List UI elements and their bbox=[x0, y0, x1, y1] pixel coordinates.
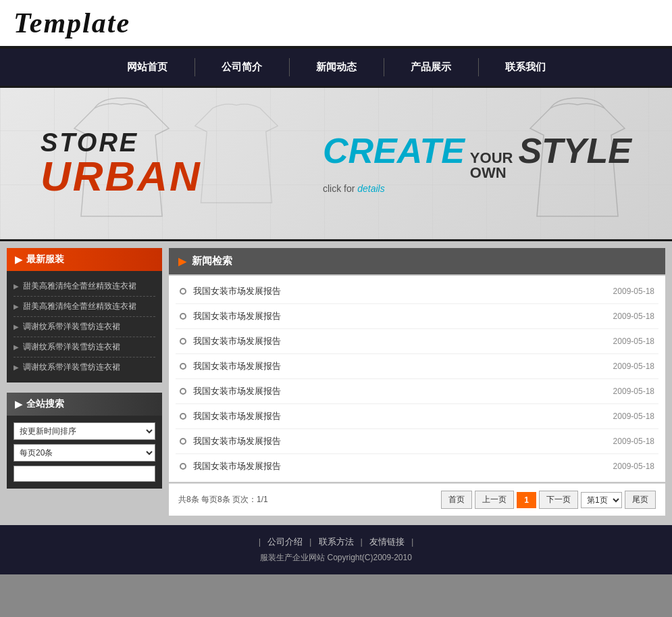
list-item: ▶调谢纹系带洋装雪纺连衣裙 bbox=[14, 317, 155, 337]
news-title-link[interactable]: 我国女装市场发展报告 bbox=[193, 435, 606, 447]
news-date: 2009-05-18 bbox=[613, 312, 654, 321]
first-page-button[interactable]: 首页 bbox=[441, 491, 472, 509]
news-date: 2009-05-18 bbox=[613, 387, 654, 396]
site-title: Template bbox=[14, 7, 658, 39]
bullet-icon: ▶ bbox=[14, 303, 19, 310]
latest-fashion-body: ▶甜美高雅清纯全蕾丝精致连衣裙▶甜美高雅清纯全蕾丝精致连衣裙▶调谢纹系带洋装雪纺… bbox=[7, 271, 162, 382]
news-title-link[interactable]: 我国女装市场发展报告 bbox=[193, 285, 606, 297]
news-date: 2009-05-18 bbox=[613, 287, 654, 296]
footer: |公司介绍|联系方法|友情链接| 服装生产企业网站 Copyright(C)20… bbox=[0, 525, 672, 574]
current-page-button[interactable]: 1 bbox=[517, 492, 536, 508]
search-title: 全站搜索 bbox=[26, 398, 64, 410]
latest-fashion-section: ▶ 最新服装 ▶甜美高雅清纯全蕾丝精致连衣裙▶甜美高雅清纯全蕾丝精致连衣裙▶调谢… bbox=[7, 248, 162, 382]
table-row: 我国女装市场发展报告2009-05-18 bbox=[176, 329, 658, 354]
table-row: 我国女装市场发展报告2009-05-18 bbox=[176, 379, 658, 404]
bullet-icon bbox=[180, 438, 186, 445]
news-title-link[interactable]: 我国女装市场发展报告 bbox=[193, 385, 606, 397]
sidebar-news-link[interactable]: 甜美高雅清纯全蕾丝精致连衣裙 bbox=[23, 301, 136, 312]
table-row: 我国女装市场发展报告2009-05-18 bbox=[176, 354, 658, 379]
page-buttons: 首页 上一页 1 下一页 第1页 尾页 bbox=[441, 491, 656, 509]
page-info: 共8条 每页8条 页次：1/1 bbox=[178, 494, 268, 505]
news-title-link[interactable]: 我国女装市场发展报告 bbox=[193, 360, 606, 372]
news-title-link[interactable]: 我国女装市场发展报告 bbox=[193, 310, 606, 322]
bullet-icon bbox=[180, 288, 186, 295]
bullet-icon: ▶ bbox=[14, 323, 19, 330]
news-title-link[interactable]: 我国女装市场发展报告 bbox=[193, 460, 606, 472]
pipe-separator: | bbox=[308, 537, 313, 547]
table-row: 我国女装市场发展报告2009-05-18 bbox=[176, 404, 658, 429]
nav-link[interactable]: 网站首页 bbox=[100, 49, 195, 86]
table-row: 我国女装市场发展报告2009-05-18 bbox=[176, 429, 658, 454]
table-row: 我国女装市场发展报告2009-05-18 bbox=[176, 279, 658, 304]
next-page-button[interactable]: 下一页 bbox=[539, 491, 578, 509]
bullet-icon: ▶ bbox=[14, 282, 19, 290]
news-arrow-icon: ▶ bbox=[178, 255, 186, 268]
footer-links: |公司介绍|联系方法|友情链接| bbox=[11, 536, 661, 548]
style-text: STYLE bbox=[518, 133, 631, 168]
nav-link[interactable]: 联系我们 bbox=[478, 49, 573, 86]
nav-list: 网站首页公司简介新闻动态产品展示联系我们 bbox=[0, 49, 672, 86]
nav-link[interactable]: 公司简介 bbox=[195, 49, 289, 86]
table-row: 我国女装市场发展报告2009-05-18 bbox=[176, 454, 658, 478]
table-row: 我国女装市场发展报告2009-05-18 bbox=[176, 304, 658, 329]
sidebar-news-link[interactable]: 调谢纹系带洋装雪纺连衣裙 bbox=[23, 362, 120, 373]
nav-item: 新闻动态 bbox=[289, 49, 384, 86]
pipe-separator: | bbox=[359, 537, 364, 547]
nav-item: 网站首页 bbox=[100, 49, 195, 86]
content-area: ▶ 最新服装 ▶甜美高雅清纯全蕾丝精致连衣裙▶甜美高雅清纯全蕾丝精致连衣裙▶调谢… bbox=[0, 241, 672, 525]
bullet-icon: ▶ bbox=[14, 343, 19, 351]
nav-link[interactable]: 新闻动态 bbox=[289, 49, 384, 86]
sort-select[interactable]: 按更新时间排序按标题排序按热度排序 bbox=[14, 422, 155, 440]
click-details[interactable]: click for details bbox=[323, 183, 385, 194]
bullet-icon bbox=[180, 463, 186, 470]
copyright: 服装生产企业网站 Copyright(C)2009-2010 bbox=[11, 552, 661, 564]
sidebar-news-link[interactable]: 调谢纹系带洋装雪纺连衣裙 bbox=[23, 341, 120, 353]
news-date: 2009-05-18 bbox=[613, 437, 654, 446]
list-item: ▶调谢纹系带洋装雪纺连衣裙 bbox=[14, 357, 155, 377]
create-text: CREATE bbox=[323, 133, 465, 168]
bullet-icon bbox=[180, 413, 186, 420]
search-body: 按更新时间排序按标题排序按热度排序 每页20条每页10条每页50条 bbox=[7, 416, 162, 489]
news-section-title: 新闻检索 bbox=[192, 255, 232, 268]
bullet-icon bbox=[180, 363, 186, 370]
nav-link[interactable]: 产品展示 bbox=[384, 49, 478, 86]
latest-fashion-header: ▶ 最新服装 bbox=[7, 248, 162, 271]
bullet-icon: ▶ bbox=[14, 364, 19, 371]
news-date: 2009-05-18 bbox=[613, 412, 654, 421]
footer-link[interactable]: 公司介绍 bbox=[262, 537, 308, 547]
list-item: ▶调谢纹系带洋装雪纺连衣裙 bbox=[14, 337, 155, 357]
search-section: ▶ 全站搜索 按更新时间排序按标题排序按热度排序 每页20条每页10条每页50条 bbox=[7, 393, 162, 489]
news-date: 2009-05-18 bbox=[613, 462, 654, 471]
sidebar-news-link[interactable]: 甜美高雅清纯全蕾丝精致连衣裙 bbox=[23, 280, 136, 292]
bullet-icon bbox=[180, 338, 186, 345]
main-content: ▶ 新闻检索 我国女装市场发展报告2009-05-18我国女装市场发展报告200… bbox=[169, 248, 665, 518]
pipe-separator: | bbox=[257, 537, 262, 547]
last-page-button[interactable]: 尾页 bbox=[625, 491, 656, 509]
banner: STORE URBAN CREATE YOUR OWN STYLE click … bbox=[0, 86, 672, 241]
prev-page-button[interactable]: 上一页 bbox=[475, 491, 514, 509]
bullet-icon bbox=[180, 388, 186, 395]
footer-link[interactable]: 友情链接 bbox=[364, 537, 410, 547]
news-date: 2009-05-18 bbox=[613, 362, 654, 371]
page-select[interactable]: 第1页 bbox=[581, 492, 622, 508]
latest-fashion-title: 最新服装 bbox=[26, 253, 64, 266]
nav-item: 产品展示 bbox=[384, 49, 478, 86]
nav-item: 联系我们 bbox=[478, 49, 573, 86]
bullet-icon bbox=[180, 313, 186, 320]
arrow-icon: ▶ bbox=[15, 254, 22, 265]
create-row: CREATE YOUR OWN STYLE bbox=[323, 133, 631, 180]
search-input[interactable] bbox=[14, 466, 155, 482]
arrow-icon: ▶ bbox=[15, 399, 22, 410]
nav-item: 公司简介 bbox=[195, 49, 289, 86]
news-body: 我国女装市场发展报告2009-05-18我国女装市场发展报告2009-05-18… bbox=[169, 276, 665, 482]
news-date: 2009-05-18 bbox=[613, 337, 654, 346]
news-title-link[interactable]: 我国女装市场发展报告 bbox=[193, 335, 606, 347]
banner-right: CREATE YOUR OWN STYLE click for details bbox=[323, 133, 631, 194]
sidebar-news-link[interactable]: 调谢纹系带洋装雪纺连衣裙 bbox=[23, 321, 120, 332]
footer-link[interactable]: 联系方法 bbox=[313, 537, 359, 547]
news-title-link[interactable]: 我国女装市场发展报告 bbox=[193, 410, 606, 422]
search-header: ▶ 全站搜索 bbox=[7, 393, 162, 416]
perpage-select[interactable]: 每页20条每页10条每页50条 bbox=[14, 444, 155, 462]
banner-left: STORE URBAN bbox=[41, 130, 202, 197]
list-item: ▶甜美高雅清纯全蕾丝精致连衣裙 bbox=[14, 297, 155, 317]
